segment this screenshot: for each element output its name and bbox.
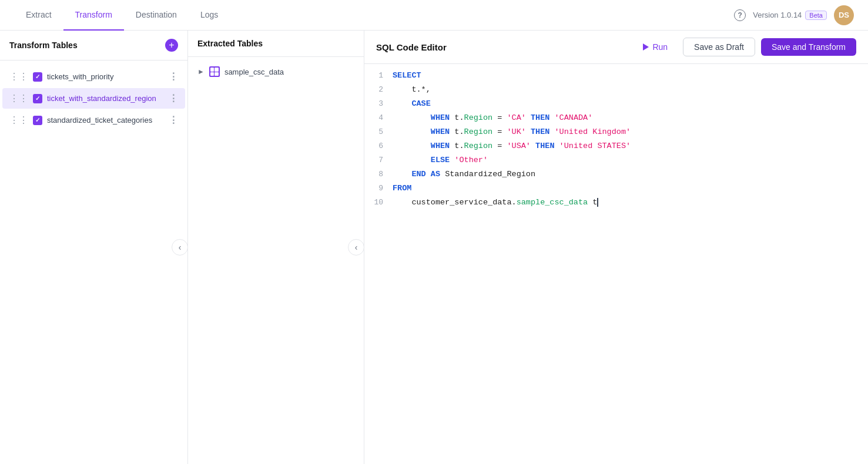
help-icon[interactable]: ?	[734, 9, 746, 21]
editor-title: SQL Code Editor	[376, 42, 447, 52]
table-menu-icon[interactable]: ⋮	[169, 93, 178, 104]
editor-header: SQL Code Editor Run Save as Draft Save a…	[364, 31, 868, 64]
code-line: 6 WHEN t.Region = 'USA' THEN 'United STA…	[364, 139, 868, 153]
top-navigation: Extract Transform Destination Logs ? Ver…	[0, 0, 868, 31]
drag-handle-icon: ⋮⋮	[9, 71, 28, 82]
beta-tag: Beta	[805, 11, 827, 20]
code-line: 1 SELECT	[364, 69, 868, 83]
table-checkbox[interactable]	[33, 116, 42, 125]
main-layout: Transform Tables + ⋮⋮ tickets_with_prior…	[0, 31, 868, 464]
extracted-table-item[interactable]: ► sample_csc_data	[188, 62, 364, 82]
editor-actions: Run Save as Draft Save and Transform	[634, 38, 856, 56]
run-icon	[643, 43, 649, 51]
table-grid-icon	[209, 66, 220, 77]
sql-code-editor[interactable]: 1 SELECT 2 t.*, 3 CASE 4 WHEN t.Region =…	[364, 64, 868, 464]
table-checkbox[interactable]	[33, 94, 42, 103]
tab-extract[interactable]: Extract	[14, 0, 63, 31]
extracted-tables-header: Extracted Tables	[188, 31, 364, 57]
right-panel: ‹ SQL Code Editor Run Save as Draft Save…	[364, 31, 868, 464]
collapse-left-panel-button[interactable]: ‹	[172, 239, 188, 255]
tab-transform[interactable]: Transform	[63, 0, 124, 31]
chevron-right-icon: ►	[197, 68, 205, 76]
transform-table-list: ⋮⋮ tickets_with_priority ⋮ ⋮⋮ ticket_wit…	[0, 60, 187, 136]
save-draft-button[interactable]: Save as Draft	[683, 38, 755, 56]
extracted-table-list: ► sample_csc_data	[188, 57, 364, 86]
nav-right: ? Version 1.0.14 Beta DS	[734, 5, 854, 25]
left-panel: Transform Tables + ⋮⋮ tickets_with_prior…	[0, 31, 188, 464]
middle-panel: ‹ Extracted Tables ► sample_csc_data	[188, 31, 364, 464]
add-table-button[interactable]: +	[165, 39, 178, 52]
extracted-tables-title: Extracted Tables	[197, 39, 263, 48]
transform-tables-title: Transform Tables	[9, 41, 78, 50]
table-menu-icon[interactable]: ⋮	[169, 115, 178, 126]
table-checkbox[interactable]	[33, 72, 42, 82]
code-line: 2 t.*,	[364, 83, 868, 97]
transform-tables-header: Transform Tables +	[0, 31, 187, 60]
tab-destination[interactable]: Destination	[124, 0, 189, 31]
version-badge: Version 1.0.14 Beta	[753, 11, 827, 20]
save-transform-button[interactable]: Save and Transform	[761, 38, 856, 56]
code-line: 7 ELSE 'Other'	[364, 153, 868, 167]
table-item[interactable]: ⋮⋮ standardized_ticket_categories ⋮	[2, 110, 185, 130]
tab-logs[interactable]: Logs	[189, 0, 230, 31]
code-line: 4 WHEN t.Region = 'CA' THEN 'CANADA'	[364, 111, 868, 125]
table-item[interactable]: ⋮⋮ tickets_with_priority ⋮	[2, 66, 185, 87]
code-line: 8 END AS Standardized_Region	[364, 167, 868, 181]
code-line: 5 WHEN t.Region = 'UK' THEN 'United King…	[364, 125, 868, 139]
code-line: 3 CASE	[364, 97, 868, 111]
run-button[interactable]: Run	[634, 38, 677, 56]
user-avatar[interactable]: DS	[834, 5, 854, 25]
code-line: 10 customer_service_data.sample_csc_data…	[364, 196, 868, 210]
code-line: 9 FROM	[364, 181, 868, 196]
drag-handle-icon: ⋮⋮	[9, 93, 28, 104]
table-item-active[interactable]: ⋮⋮ ticket_with_standardized_region ⋮	[2, 88, 185, 109]
collapse-middle-panel-button[interactable]: ‹	[348, 239, 364, 255]
table-menu-icon[interactable]: ⋮	[169, 71, 178, 82]
drag-handle-icon: ⋮⋮	[9, 115, 28, 126]
